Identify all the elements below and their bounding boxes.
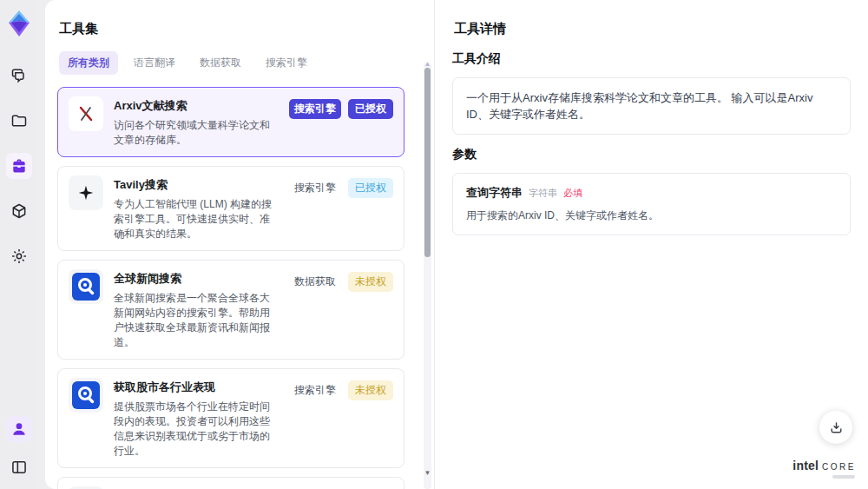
params-card: 查询字符串 字符串 必填 用于搜索的Arxiv ID、关键字或作者姓名。 <box>452 173 851 235</box>
search-app-icon <box>69 378 103 413</box>
tool-body: Arxiv文献搜索 访问各个研究领域大量科学论文和文章的存储库。 <box>114 96 279 148</box>
category-tabs: 所有类别 语言翻译 数据获取 搜索引擎 <box>59 51 420 75</box>
tool-description: 提供股票市场各个行业在特定时间段内的表现。投资者可以利用这些信息来识别表现优于或… <box>114 400 279 459</box>
brand-subtag <box>832 475 855 479</box>
tool-icon <box>69 96 103 131</box>
settings-gear-icon[interactable] <box>6 243 32 269</box>
category-badge: 搜索引擎 <box>289 99 341 119</box>
status-badge: 已授权 <box>348 99 393 119</box>
category-badge: 搜索引擎 <box>289 178 341 198</box>
rail-nav <box>6 63 32 269</box>
tool-card[interactable]: 获取股市各行业表现 提供股票市场各个行业在特定时间段内的表现。投资者可以利用这些… <box>57 368 404 468</box>
intel-core-logo: intel CORE <box>792 459 856 479</box>
tool-list-pane: 工具集 所有类别 语言翻译 数据获取 搜索引擎 <box>45 0 434 489</box>
scroll-up-icon[interactable]: ▲ <box>424 61 431 68</box>
params-heading: 参数 <box>452 147 851 162</box>
tool-title: 全球新闻搜索 <box>114 271 279 287</box>
detail-title: 工具详情 <box>454 21 851 37</box>
tool-card[interactable]: 获取市场最活跃股票信息 提供当天交易量最高的股票列表，投资者可以利用这些信息来识… <box>57 477 404 489</box>
tool-title: 获取股市各行业表现 <box>114 380 279 395</box>
tool-badges: 搜索引擎 未授权 <box>289 378 393 459</box>
parameter-header: 查询字符串 字符串 必填 <box>466 185 837 201</box>
panel-toggle-icon[interactable] <box>6 454 32 480</box>
tool-body: Tavily搜索 专为人工智能代理 (LLM) 构建的搜索引擎工具。可快速提供实… <box>114 175 279 241</box>
page-title: 工具集 <box>59 21 420 37</box>
category-badge: 数据获取 <box>289 272 341 292</box>
tool-card[interactable]: Arxiv文献搜索 访问各个研究领域大量科学论文和文章的存储库。 搜索引擎 已授… <box>57 87 404 157</box>
account-icon[interactable] <box>6 416 32 442</box>
category-tab[interactable]: 所有类别 <box>59 51 118 75</box>
left-rail <box>0 0 38 489</box>
parameter-required-label: 必填 <box>563 187 582 200</box>
parameter-description: 用于搜索的Arxiv ID、关键字或作者姓名。 <box>466 208 837 223</box>
status-badge: 未授权 <box>348 272 393 292</box>
tool-detail-pane: 工具详情 工具介绍 一个用于从Arxiv存储库搜索科学论文和文章的工具。 输入可… <box>435 0 868 489</box>
intel-wordmark: intel <box>792 459 819 472</box>
tool-badges: 数据获取 未授权 <box>289 269 393 350</box>
tool-description: 专为人工智能代理 (LLM) 构建的搜索引擎工具。可快速提供实时、准确和真实的结… <box>114 197 279 241</box>
list-scrollbar[interactable]: ▲ ▼ <box>424 63 431 489</box>
app-logo <box>6 9 32 38</box>
parameter-name: 查询字符串 <box>466 185 523 201</box>
parameter-type: 字符串 <box>529 187 557 200</box>
tool-list: Arxiv文献搜索 访问各个研究领域大量科学论文和文章的存储库。 搜索引擎 已授… <box>57 87 420 489</box>
tool-title: Arxiv文献搜索 <box>114 98 279 114</box>
tool-body: 全球新闻搜索 全球新闻搜索是一个聚合全球各大新闻网站内容的搜索引擎。帮助用户快速… <box>114 269 279 350</box>
tool-icon <box>69 175 103 210</box>
tool-title: Tavily搜索 <box>114 177 279 193</box>
scrollbar-thumb[interactable] <box>424 68 431 257</box>
intro-card: 一个用于从Arxiv存储库搜索科学论文和文章的工具。 输入可以是Arxiv ID… <box>452 77 851 135</box>
folder-icon[interactable] <box>6 108 32 134</box>
toolbox-icon[interactable] <box>6 153 32 179</box>
search-app-icon <box>69 269 103 304</box>
main-panel: 工具集 所有类别 语言翻译 数据获取 搜索引擎 <box>45 0 868 489</box>
tool-badges: 搜索引擎 已授权 <box>289 96 393 148</box>
category-badge: 搜索引擎 <box>289 380 341 400</box>
tool-icon <box>69 269 103 304</box>
sparkle-icon <box>77 184 95 202</box>
tool-icon <box>69 378 103 413</box>
download-icon <box>829 420 844 435</box>
core-wordmark: CORE <box>822 462 856 472</box>
download-button[interactable] <box>819 411 852 444</box>
category-tab[interactable]: 语言翻译 <box>125 51 184 75</box>
category-tab[interactable]: 搜索引擎 <box>257 51 316 75</box>
status-badge: 未授权 <box>348 380 393 400</box>
tool-description: 全球新闻搜索是一个聚合全球各大新闻网站内容的搜索引擎。帮助用户快速获取全球最新资… <box>114 291 279 350</box>
cube-icon[interactable] <box>6 198 32 224</box>
tool-card[interactable]: Tavily搜索 专为人工智能代理 (LLM) 构建的搜索引擎工具。可快速提供实… <box>57 166 404 251</box>
tool-body: 获取股市各行业表现 提供股票市场各个行业在特定时间段内的表现。投资者可以利用这些… <box>114 378 279 459</box>
tab-label: 搜索引擎 <box>266 56 307 69</box>
parameter-item: 查询字符串 字符串 必填 用于搜索的Arxiv ID、关键字或作者姓名。 <box>466 185 837 223</box>
arxiv-icon <box>76 104 95 123</box>
category-tab[interactable]: 数据获取 <box>191 51 250 75</box>
tab-label: 所有类别 <box>68 56 109 69</box>
tab-label: 数据获取 <box>200 56 241 69</box>
chat-icon[interactable] <box>6 63 32 89</box>
scroll-down-icon[interactable]: ▼ <box>424 470 431 477</box>
tab-label: 语言翻译 <box>134 56 175 69</box>
tool-description: 访问各个研究领域大量科学论文和文章的存储库。 <box>114 118 279 148</box>
tool-badges: 搜索引擎 已授权 <box>289 175 393 241</box>
tool-card[interactable]: 全球新闻搜索 全球新闻搜索是一个聚合全球各大新闻网站内容的搜索引擎。帮助用户快速… <box>57 260 404 360</box>
intro-text: 一个用于从Arxiv存储库搜索科学论文和文章的工具。 输入可以是Arxiv ID… <box>466 89 837 122</box>
intro-heading: 工具介绍 <box>452 51 851 67</box>
status-badge: 已授权 <box>348 178 393 198</box>
rail-bottom <box>6 416 32 480</box>
